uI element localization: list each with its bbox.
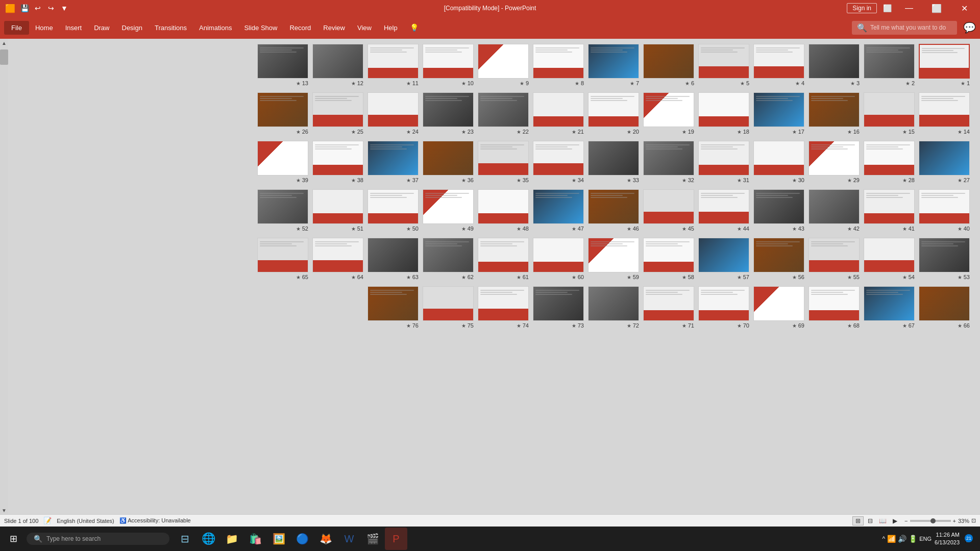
list-item[interactable]: ★58 bbox=[643, 238, 694, 280]
list-item[interactable]: ★28 bbox=[864, 141, 915, 183]
slide-thumbnail[interactable] bbox=[919, 189, 970, 224]
slide-thumbnail[interactable] bbox=[588, 92, 639, 127]
list-item[interactable]: ★33 bbox=[588, 141, 639, 183]
list-item[interactable]: ★57 bbox=[698, 238, 749, 280]
slide-thumbnail[interactable] bbox=[257, 189, 308, 224]
tell-me-input[interactable] bbox=[870, 24, 952, 31]
list-item[interactable]: ★65 bbox=[257, 238, 308, 280]
slide-thumbnail[interactable] bbox=[864, 238, 915, 272]
list-item[interactable]: ★49 bbox=[423, 189, 474, 232]
list-item[interactable]: ★53 bbox=[919, 238, 970, 280]
slide-thumbnail[interactable] bbox=[808, 141, 860, 176]
slide-thumbnail[interactable] bbox=[588, 286, 639, 321]
slide-thumbnail[interactable] bbox=[257, 44, 308, 79]
list-item[interactable]: ★29 bbox=[808, 141, 860, 183]
zoom-in-button[interactable]: + bbox=[953, 518, 956, 524]
slide-thumbnail[interactable] bbox=[643, 141, 694, 176]
list-item[interactable]: ★39 bbox=[257, 141, 308, 183]
list-item[interactable]: ★71 bbox=[643, 286, 694, 329]
fit-slide-button[interactable]: ⊡ bbox=[971, 517, 976, 524]
list-item[interactable]: ★27 bbox=[919, 141, 970, 183]
slide-thumbnail[interactable] bbox=[753, 286, 804, 321]
undo-button[interactable]: ↩ bbox=[32, 2, 44, 14]
menu-view[interactable]: View bbox=[351, 21, 378, 35]
slide-thumbnail[interactable] bbox=[753, 44, 804, 79]
slide-thumbnail[interactable] bbox=[643, 286, 694, 321]
comment-button[interactable]: 💬 bbox=[963, 21, 976, 34]
scroll-track[interactable] bbox=[0, 47, 8, 506]
list-item[interactable]: ★45 bbox=[643, 189, 694, 232]
slide-thumbnail[interactable] bbox=[864, 286, 915, 321]
slide-thumbnail[interactable] bbox=[368, 286, 419, 321]
taskbar-search-label[interactable]: Type here to search bbox=[46, 535, 101, 542]
slide-thumbnail[interactable] bbox=[919, 44, 970, 79]
slide-thumbnail[interactable] bbox=[643, 44, 694, 79]
slide-thumbnail[interactable] bbox=[864, 92, 915, 127]
slide-thumbnail[interactable] bbox=[423, 141, 474, 176]
store-icon[interactable]: 🛍️ bbox=[244, 528, 266, 550]
slide-thumbnail[interactable] bbox=[478, 141, 529, 176]
vertical-scrollbar[interactable]: ▲ ▼ bbox=[0, 39, 8, 514]
menu-help[interactable]: Help bbox=[378, 21, 404, 35]
list-item[interactable]: ★18 bbox=[698, 92, 749, 135]
photos-icon[interactable]: 🖼️ bbox=[267, 528, 290, 550]
list-item[interactable]: ★21 bbox=[533, 92, 584, 135]
list-item[interactable]: ★64 bbox=[312, 238, 363, 280]
menu-draw[interactable]: Draw bbox=[88, 21, 115, 35]
menu-slideshow[interactable]: Slide Show bbox=[238, 21, 283, 35]
slide-sorter-button[interactable]: ⊟ bbox=[865, 516, 876, 525]
notification-button[interactable]: 💬 21 bbox=[963, 533, 974, 544]
slide-thumbnail[interactable] bbox=[698, 189, 749, 224]
menu-review[interactable]: Review bbox=[317, 21, 351, 35]
close-button[interactable]: ✕ bbox=[952, 0, 976, 16]
sign-in-button[interactable]: Sign in bbox=[847, 3, 877, 13]
slide-thumbnail[interactable] bbox=[423, 189, 474, 224]
zoom-slider[interactable] bbox=[910, 520, 951, 522]
start-button[interactable]: ⊞ bbox=[2, 528, 24, 550]
list-item[interactable]: ★59 bbox=[588, 238, 639, 280]
list-item[interactable]: ★3 bbox=[808, 44, 860, 86]
chevron-up-icon[interactable]: ^ bbox=[883, 535, 886, 542]
save-button[interactable]: 💾 bbox=[18, 2, 31, 14]
chrome-icon[interactable]: 🔵 bbox=[291, 528, 313, 550]
list-item[interactable]: ★2 bbox=[864, 44, 915, 86]
list-item[interactable]: ★70 bbox=[698, 286, 749, 329]
slide-thumbnail[interactable] bbox=[423, 44, 474, 79]
list-item[interactable]: ★16 bbox=[808, 92, 860, 135]
list-item[interactable]: ★26 bbox=[257, 92, 308, 135]
slide-thumbnail[interactable] bbox=[919, 92, 970, 127]
network-icon[interactable]: 📶 bbox=[887, 535, 896, 543]
list-item[interactable]: ★66 bbox=[919, 286, 970, 329]
slide-thumbnail[interactable] bbox=[368, 238, 419, 272]
slide-thumbnail[interactable] bbox=[753, 92, 804, 127]
slide-thumbnail[interactable] bbox=[643, 92, 694, 127]
list-item[interactable]: ★6 bbox=[643, 44, 694, 86]
slide-thumbnail[interactable] bbox=[864, 189, 915, 224]
list-item[interactable]: ★43 bbox=[753, 189, 804, 232]
slide-thumbnail[interactable] bbox=[312, 189, 363, 224]
list-item[interactable]: ★10 bbox=[423, 44, 474, 86]
list-item[interactable]: ★47 bbox=[533, 189, 584, 232]
list-item[interactable]: ★46 bbox=[588, 189, 639, 232]
slide-thumbnail[interactable] bbox=[478, 189, 529, 224]
list-item[interactable]: ★40 bbox=[919, 189, 970, 232]
list-item[interactable]: ★4 bbox=[753, 44, 804, 86]
notes-icon[interactable]: 📝 bbox=[43, 517, 52, 524]
list-item[interactable]: ★30 bbox=[753, 141, 804, 183]
slide-thumbnail[interactable] bbox=[478, 238, 529, 272]
slide-thumbnail[interactable] bbox=[643, 189, 694, 224]
list-item[interactable]: ★48 bbox=[478, 189, 529, 232]
slide-thumbnail[interactable] bbox=[753, 238, 804, 272]
slide-thumbnail[interactable] bbox=[533, 286, 584, 321]
list-item[interactable]: ★9 bbox=[478, 44, 529, 86]
scroll-thumb[interactable] bbox=[0, 49, 8, 65]
slide-thumbnail[interactable] bbox=[588, 44, 639, 79]
menu-transitions[interactable]: Transitions bbox=[149, 21, 193, 35]
list-item[interactable]: ★50 bbox=[368, 189, 419, 232]
list-item[interactable]: ★42 bbox=[808, 189, 860, 232]
menu-design[interactable]: Design bbox=[116, 21, 149, 35]
list-item[interactable]: ★52 bbox=[257, 189, 308, 232]
list-item[interactable]: ★54 bbox=[864, 238, 915, 280]
slide-thumbnail[interactable] bbox=[312, 44, 363, 79]
list-item[interactable]: ★41 bbox=[864, 189, 915, 232]
